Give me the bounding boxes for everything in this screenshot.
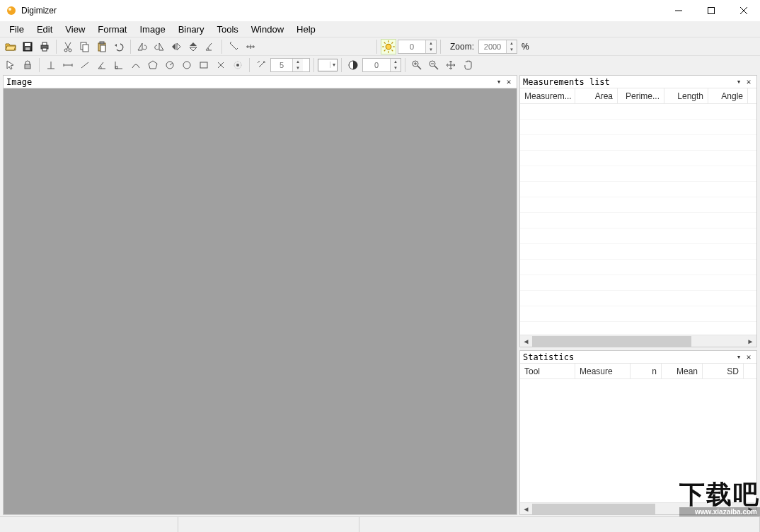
statistics-panel: Statistics ▾ ✕ Tool Measure n Mean SD ◄ … bbox=[519, 350, 757, 515]
arc-icon[interactable] bbox=[128, 57, 144, 73]
open-icon[interactable] bbox=[3, 39, 18, 54]
col-sd[interactable]: SD bbox=[703, 364, 744, 378]
spin-up-icon[interactable]: ▲ bbox=[507, 40, 517, 47]
spin-up-icon[interactable]: ▲ bbox=[391, 59, 401, 65]
segment-icon[interactable] bbox=[77, 57, 93, 73]
undo-icon[interactable] bbox=[111, 39, 127, 54]
spin-down-icon[interactable]: ▼ bbox=[391, 65, 401, 71]
spin-up-icon[interactable]: ▲ bbox=[293, 59, 303, 65]
cut-icon[interactable] bbox=[60, 39, 76, 54]
line-icon[interactable] bbox=[60, 57, 76, 73]
panel-close-icon[interactable]: ✕ bbox=[504, 77, 514, 86]
unit-icon[interactable] bbox=[243, 39, 258, 54]
zoom-out-icon[interactable] bbox=[426, 57, 442, 73]
rotate-left-icon[interactable] bbox=[134, 39, 150, 54]
svg-point-1 bbox=[8, 8, 11, 11]
separator bbox=[405, 58, 405, 72]
paste-icon[interactable] bbox=[94, 39, 110, 54]
scroll-right-icon[interactable]: ► bbox=[744, 504, 756, 514]
marker-x-icon[interactable] bbox=[213, 57, 229, 73]
circle-icon[interactable] bbox=[179, 57, 195, 73]
print-icon[interactable] bbox=[37, 39, 52, 54]
minimize-button[interactable] bbox=[662, 0, 695, 21]
svg-line-58 bbox=[259, 62, 264, 67]
menu-tools[interactable]: Tools bbox=[210, 23, 244, 36]
tolerance-spinner[interactable]: 5 ▲▼ bbox=[270, 58, 310, 72]
menu-image[interactable]: Image bbox=[133, 23, 171, 36]
spin-down-icon[interactable]: ▼ bbox=[293, 65, 303, 71]
brightness-icon[interactable] bbox=[381, 39, 396, 54]
color-picker[interactable]: ▾ bbox=[318, 59, 338, 71]
move-icon[interactable] bbox=[443, 57, 459, 73]
menu-view[interactable]: View bbox=[59, 23, 91, 36]
col-mean[interactable]: Mean bbox=[662, 364, 703, 378]
image-canvas[interactable] bbox=[4, 88, 517, 514]
svg-rect-8 bbox=[25, 47, 30, 50]
menu-file[interactable]: File bbox=[3, 23, 30, 36]
polygon-icon[interactable] bbox=[145, 57, 161, 73]
col-length[interactable]: Length bbox=[664, 88, 708, 103]
scroll-left-icon[interactable]: ◄ bbox=[520, 504, 532, 514]
menu-binary[interactable]: Binary bbox=[172, 23, 211, 36]
zoom-spinner[interactable]: 2000 ▲▼ bbox=[478, 40, 517, 54]
menu-help[interactable]: Help bbox=[290, 23, 322, 36]
copy-icon[interactable] bbox=[77, 39, 93, 54]
menu-window[interactable]: Window bbox=[245, 23, 290, 36]
scroll-left-icon[interactable]: ◄ bbox=[520, 336, 532, 347]
calibrate-icon[interactable] bbox=[226, 39, 241, 54]
flip-horizontal-icon[interactable] bbox=[168, 39, 184, 54]
main-area: Image ▾ ✕ Measurements list ▾ ✕ Measurem… bbox=[0, 74, 760, 516]
panel-close-icon[interactable]: ✕ bbox=[744, 77, 754, 86]
maximize-button[interactable] bbox=[695, 0, 727, 21]
menu-format[interactable]: Format bbox=[91, 23, 133, 36]
dropdown-icon[interactable]: ▾ bbox=[330, 62, 337, 68]
measurements-body[interactable] bbox=[520, 104, 756, 335]
spin-up-icon[interactable]: ▲ bbox=[426, 40, 436, 47]
panel-menu-icon[interactable]: ▾ bbox=[734, 352, 744, 362]
save-icon[interactable] bbox=[20, 39, 35, 54]
col-n[interactable]: n bbox=[631, 364, 662, 378]
pointer-icon[interactable] bbox=[3, 57, 18, 73]
col-measure[interactable]: Measure bbox=[575, 364, 631, 378]
brightness-spinner[interactable]: 0 ▲▼ bbox=[398, 40, 437, 54]
scroll-right-icon[interactable]: ► bbox=[744, 336, 756, 347]
flip-vertical-icon[interactable] bbox=[185, 39, 201, 54]
wand-icon[interactable] bbox=[253, 57, 269, 73]
menu-edit[interactable]: Edit bbox=[30, 23, 59, 36]
rectangle-icon[interactable] bbox=[196, 57, 212, 73]
measurements-scrollbar[interactable]: ◄ ► bbox=[520, 335, 756, 347]
app-title: Digimizer bbox=[21, 6, 57, 16]
statistics-scrollbar[interactable]: ◄ ► bbox=[520, 502, 756, 514]
zoom-in-icon[interactable] bbox=[409, 57, 425, 73]
separator bbox=[39, 58, 40, 72]
perpendicular-icon[interactable] bbox=[43, 57, 59, 73]
close-button[interactable] bbox=[727, 0, 760, 21]
angle-icon[interactable] bbox=[94, 57, 110, 73]
svg-rect-17 bbox=[83, 45, 88, 52]
rotate-right-icon[interactable] bbox=[151, 39, 167, 54]
contrast-icon[interactable] bbox=[345, 57, 361, 73]
col-perimeter[interactable]: Perime... bbox=[618, 88, 664, 103]
col-angle[interactable]: Angle bbox=[708, 88, 748, 103]
hand-icon[interactable] bbox=[460, 57, 476, 73]
col-tool[interactable]: Tool bbox=[520, 364, 575, 378]
right-angle-icon[interactable] bbox=[111, 57, 127, 73]
zoom-value: 2000 bbox=[479, 42, 506, 51]
separator bbox=[221, 40, 222, 54]
spin-down-icon[interactable]: ▼ bbox=[426, 47, 436, 53]
panel-close-icon[interactable]: ✕ bbox=[744, 352, 754, 362]
rotate-angle-icon[interactable] bbox=[202, 39, 218, 54]
panel-menu-icon[interactable]: ▾ bbox=[494, 77, 504, 86]
svg-line-23 bbox=[236, 48, 238, 50]
contrast-spinner[interactable]: 0 ▲▼ bbox=[362, 58, 401, 72]
panel-menu-icon[interactable]: ▾ bbox=[734, 77, 744, 86]
col-measurement[interactable]: Measurem... bbox=[520, 88, 575, 103]
lock-icon[interactable] bbox=[20, 57, 35, 73]
svg-point-28 bbox=[386, 44, 391, 50]
col-area[interactable]: Area bbox=[575, 88, 618, 103]
statistics-body[interactable] bbox=[520, 379, 756, 502]
marker-dot-icon[interactable] bbox=[230, 57, 246, 73]
spin-down-icon[interactable]: ▼ bbox=[507, 47, 517, 53]
svg-line-65 bbox=[418, 66, 421, 69]
circle-center-icon[interactable] bbox=[162, 57, 178, 73]
